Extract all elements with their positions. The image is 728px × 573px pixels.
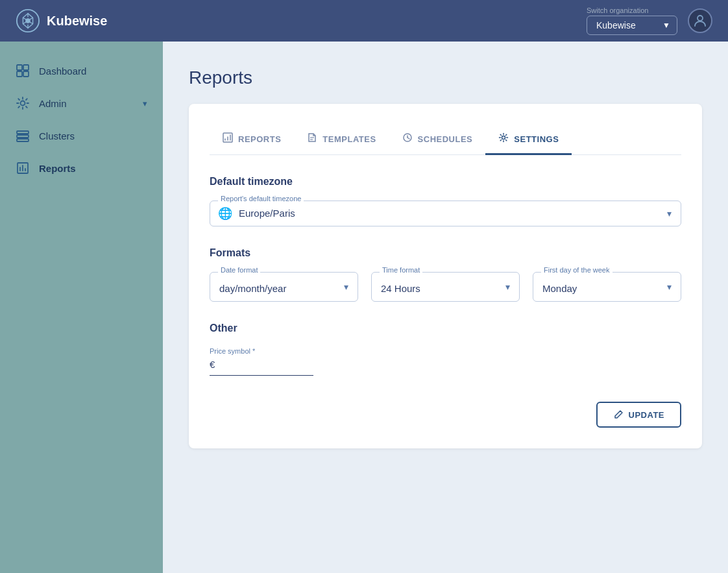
svg-rect-11 [17, 71, 22, 77]
formats-row: Date format day/month/year ▾ Time format… [210, 272, 681, 302]
gear-icon [498, 132, 509, 145]
tab-settings-label: SETTINGS [514, 134, 559, 144]
first-day-field[interactable]: First day of the week Monday ▾ [533, 272, 681, 302]
tab-templates[interactable]: TEMPLATES [294, 125, 389, 155]
price-symbol-field: Price symbol * € [210, 347, 313, 376]
main-layout: Dashboard Admin ▾ Clusters [0, 42, 728, 573]
update-btn-row: UPDATE [210, 402, 681, 428]
file-icon [307, 132, 317, 145]
tab-reports-label: REPORTS [238, 134, 281, 144]
tab-reports[interactable]: REPORTS [210, 125, 294, 155]
navbar-right: Switch organization Kubewise ▼ [587, 6, 712, 35]
formats-section: Formats Date format day/month/year ▾ Tim… [210, 247, 681, 302]
date-format-value: day/month/year [219, 283, 286, 294]
timezone-value: Europe/Paris [239, 208, 295, 219]
svg-rect-9 [17, 65, 22, 70]
svg-rect-14 [17, 131, 29, 134]
org-switcher[interactable]: Kubewise ▼ [587, 16, 677, 35]
default-timezone-section: Default timezone Report's default timezo… [210, 176, 681, 226]
svg-rect-15 [17, 135, 29, 138]
date-format-label: Date format [218, 266, 260, 274]
date-format-field[interactable]: Date format day/month/year ▾ [210, 272, 358, 302]
timezone-chevron-icon: ▾ [667, 208, 672, 219]
sidebar-item-reports[interactable]: Reports [0, 152, 163, 184]
svg-rect-16 [17, 139, 29, 141]
price-symbol-label: Price symbol * [210, 347, 313, 355]
svg-line-6 [30, 18, 33, 19]
svg-line-7 [23, 22, 26, 24]
tab-settings[interactable]: SETTINGS [485, 125, 572, 155]
org-switcher-container: Switch organization Kubewise ▼ [587, 6, 677, 35]
org-chevron-icon: ▼ [662, 21, 670, 30]
tab-schedules[interactable]: SCHEDULES [389, 125, 486, 155]
brand: Kubewise [16, 8, 107, 33]
clock-icon [402, 132, 413, 145]
first-day-label: First day of the week [541, 266, 613, 274]
first-day-chevron-icon: ▾ [667, 282, 672, 292]
sidebar-item-label: Reports [39, 163, 76, 174]
grid-icon [16, 64, 30, 78]
settings-card: REPORTS TEMPLATES [189, 104, 702, 448]
other-section-title: Other [210, 323, 681, 334]
svg-line-4 [23, 18, 26, 19]
svg-line-29 [407, 138, 409, 139]
svg-line-5 [30, 22, 33, 24]
clusters-icon [16, 128, 30, 143]
user-avatar[interactable] [688, 8, 712, 33]
user-icon [692, 13, 708, 29]
svg-rect-12 [23, 71, 29, 77]
org-switcher-label: Switch organization [587, 6, 677, 14]
time-format-value: 24 Hours [381, 283, 420, 294]
timezone-field[interactable]: Report's default timezone 🌐 Europe/Paris… [210, 201, 681, 226]
sidebar-item-admin[interactable]: Admin ▾ [0, 87, 163, 119]
svg-point-30 [502, 136, 505, 140]
time-format-chevron-icon: ▾ [505, 282, 510, 292]
navbar: Kubewise Switch organization Kubewise ▼ [0, 0, 728, 42]
tabs: REPORTS TEMPLATES [210, 125, 681, 155]
svg-point-8 [698, 16, 703, 21]
svg-point-13 [21, 101, 25, 106]
sidebar-item-clusters[interactable]: Clusters [0, 119, 163, 152]
timezone-field-label: Report's default timezone [218, 195, 304, 202]
settings-icon [16, 96, 30, 110]
update-button-label: UPDATE [629, 410, 664, 420]
content: Reports REPORTS [163, 42, 728, 573]
timezone-section-title: Default timezone [210, 176, 681, 188]
brand-name: Kubewise [47, 14, 107, 29]
formats-section-title: Formats [210, 247, 681, 259]
sidebar-item-label: Admin [39, 98, 67, 109]
update-button[interactable]: UPDATE [596, 402, 681, 428]
sidebar-item-label: Clusters [39, 130, 75, 141]
time-format-label: Time format [380, 266, 422, 274]
other-section: Other Price symbol * € [210, 323, 681, 376]
pencil-icon [613, 409, 624, 420]
svg-point-1 [25, 18, 30, 23]
org-name: Kubewise [596, 20, 636, 30]
page-title: Reports [189, 67, 702, 88]
tab-schedules-label: SCHEDULES [418, 134, 473, 144]
chart-icon [223, 132, 233, 145]
sidebar: Dashboard Admin ▾ Clusters [0, 42, 163, 573]
tab-templates-label: TEMPLATES [322, 134, 376, 144]
svg-rect-10 [23, 65, 29, 70]
first-day-value: Monday [542, 283, 577, 294]
sidebar-item-label: Dashboard [39, 66, 86, 77]
reports-icon [16, 161, 30, 175]
price-symbol-value[interactable]: € [210, 359, 313, 370]
time-format-field[interactable]: Time format 24 Hours ▾ [371, 272, 520, 302]
date-format-chevron-icon: ▾ [344, 282, 348, 292]
logo-icon [16, 8, 40, 33]
globe-icon: 🌐 [218, 206, 232, 221]
admin-chevron-icon: ▾ [143, 99, 147, 108]
sidebar-item-dashboard[interactable]: Dashboard [0, 55, 163, 87]
